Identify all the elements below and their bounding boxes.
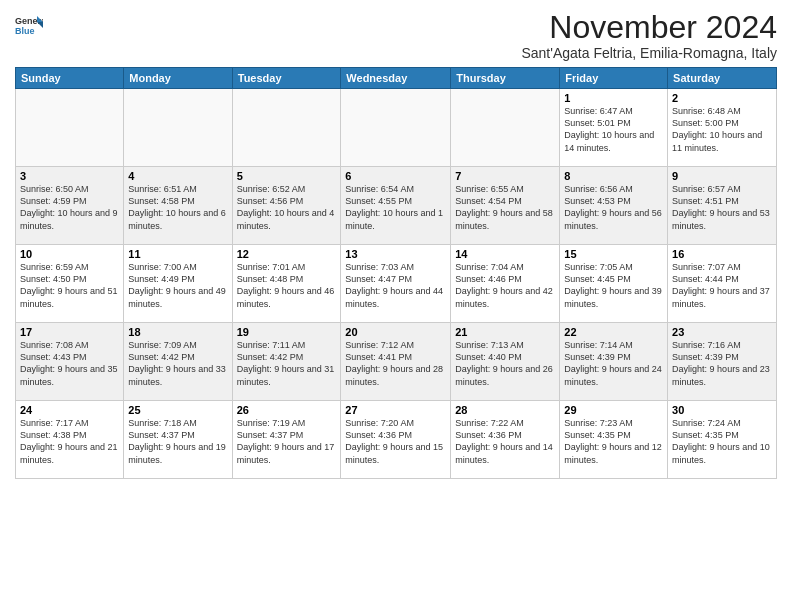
- day-info: Sunrise: 6:47 AM Sunset: 5:01 PM Dayligh…: [564, 105, 663, 154]
- col-saturday: Saturday: [668, 68, 777, 89]
- day-number: 23: [672, 326, 772, 338]
- week-row-1: 1Sunrise: 6:47 AM Sunset: 5:01 PM Daylig…: [16, 89, 777, 167]
- day-cell: 8Sunrise: 6:56 AM Sunset: 4:53 PM Daylig…: [560, 167, 668, 245]
- day-cell: 9Sunrise: 6:57 AM Sunset: 4:51 PM Daylig…: [668, 167, 777, 245]
- day-number: 5: [237, 170, 337, 182]
- day-number: 6: [345, 170, 446, 182]
- day-info: Sunrise: 7:08 AM Sunset: 4:43 PM Dayligh…: [20, 339, 119, 388]
- day-info: Sunrise: 7:23 AM Sunset: 4:35 PM Dayligh…: [564, 417, 663, 466]
- day-cell: 30Sunrise: 7:24 AM Sunset: 4:35 PM Dayli…: [668, 401, 777, 479]
- day-cell: [124, 89, 232, 167]
- month-title: November 2024: [521, 10, 777, 45]
- day-info: Sunrise: 7:19 AM Sunset: 4:37 PM Dayligh…: [237, 417, 337, 466]
- day-cell: [341, 89, 451, 167]
- day-info: Sunrise: 7:01 AM Sunset: 4:48 PM Dayligh…: [237, 261, 337, 310]
- day-number: 19: [237, 326, 337, 338]
- day-number: 13: [345, 248, 446, 260]
- day-cell: 3Sunrise: 6:50 AM Sunset: 4:59 PM Daylig…: [16, 167, 124, 245]
- day-info: Sunrise: 6:54 AM Sunset: 4:55 PM Dayligh…: [345, 183, 446, 232]
- calendar-page: General Blue November 2024 Sant'Agata Fe…: [0, 0, 792, 612]
- day-info: Sunrise: 6:59 AM Sunset: 4:50 PM Dayligh…: [20, 261, 119, 310]
- day-number: 3: [20, 170, 119, 182]
- day-number: 12: [237, 248, 337, 260]
- day-number: 14: [455, 248, 555, 260]
- day-cell: 1Sunrise: 6:47 AM Sunset: 5:01 PM Daylig…: [560, 89, 668, 167]
- day-number: 18: [128, 326, 227, 338]
- col-thursday: Thursday: [451, 68, 560, 89]
- col-friday: Friday: [560, 68, 668, 89]
- logo: General Blue: [15, 14, 43, 36]
- day-cell: 17Sunrise: 7:08 AM Sunset: 4:43 PM Dayli…: [16, 323, 124, 401]
- day-cell: 28Sunrise: 7:22 AM Sunset: 4:36 PM Dayli…: [451, 401, 560, 479]
- col-wednesday: Wednesday: [341, 68, 451, 89]
- day-cell: 4Sunrise: 6:51 AM Sunset: 4:58 PM Daylig…: [124, 167, 232, 245]
- day-number: 7: [455, 170, 555, 182]
- day-number: 17: [20, 326, 119, 338]
- day-cell: [232, 89, 341, 167]
- day-info: Sunrise: 7:05 AM Sunset: 4:45 PM Dayligh…: [564, 261, 663, 310]
- svg-text:Blue: Blue: [15, 26, 35, 36]
- day-info: Sunrise: 7:22 AM Sunset: 4:36 PM Dayligh…: [455, 417, 555, 466]
- day-number: 29: [564, 404, 663, 416]
- day-cell: 27Sunrise: 7:20 AM Sunset: 4:36 PM Dayli…: [341, 401, 451, 479]
- day-cell: 22Sunrise: 7:14 AM Sunset: 4:39 PM Dayli…: [560, 323, 668, 401]
- day-cell: 14Sunrise: 7:04 AM Sunset: 4:46 PM Dayli…: [451, 245, 560, 323]
- week-row-2: 3Sunrise: 6:50 AM Sunset: 4:59 PM Daylig…: [16, 167, 777, 245]
- day-number: 30: [672, 404, 772, 416]
- day-number: 25: [128, 404, 227, 416]
- day-cell: [16, 89, 124, 167]
- week-row-3: 10Sunrise: 6:59 AM Sunset: 4:50 PM Dayli…: [16, 245, 777, 323]
- day-cell: 11Sunrise: 7:00 AM Sunset: 4:49 PM Dayli…: [124, 245, 232, 323]
- day-info: Sunrise: 6:50 AM Sunset: 4:59 PM Dayligh…: [20, 183, 119, 232]
- day-cell: 2Sunrise: 6:48 AM Sunset: 5:00 PM Daylig…: [668, 89, 777, 167]
- day-cell: 15Sunrise: 7:05 AM Sunset: 4:45 PM Dayli…: [560, 245, 668, 323]
- col-monday: Monday: [124, 68, 232, 89]
- day-info: Sunrise: 7:12 AM Sunset: 4:41 PM Dayligh…: [345, 339, 446, 388]
- week-row-4: 17Sunrise: 7:08 AM Sunset: 4:43 PM Dayli…: [16, 323, 777, 401]
- day-number: 11: [128, 248, 227, 260]
- day-info: Sunrise: 7:09 AM Sunset: 4:42 PM Dayligh…: [128, 339, 227, 388]
- day-cell: 18Sunrise: 7:09 AM Sunset: 4:42 PM Dayli…: [124, 323, 232, 401]
- day-number: 4: [128, 170, 227, 182]
- day-cell: 6Sunrise: 6:54 AM Sunset: 4:55 PM Daylig…: [341, 167, 451, 245]
- day-number: 9: [672, 170, 772, 182]
- day-number: 16: [672, 248, 772, 260]
- day-cell: 20Sunrise: 7:12 AM Sunset: 4:41 PM Dayli…: [341, 323, 451, 401]
- logo-icon: General Blue: [15, 14, 43, 36]
- day-number: 15: [564, 248, 663, 260]
- day-cell: 29Sunrise: 7:23 AM Sunset: 4:35 PM Dayli…: [560, 401, 668, 479]
- day-cell: 23Sunrise: 7:16 AM Sunset: 4:39 PM Dayli…: [668, 323, 777, 401]
- day-cell: 7Sunrise: 6:55 AM Sunset: 4:54 PM Daylig…: [451, 167, 560, 245]
- location-title: Sant'Agata Feltria, Emilia-Romagna, Ital…: [521, 45, 777, 61]
- day-info: Sunrise: 7:17 AM Sunset: 4:38 PM Dayligh…: [20, 417, 119, 466]
- title-area: November 2024 Sant'Agata Feltria, Emilia…: [521, 10, 777, 61]
- day-cell: 26Sunrise: 7:19 AM Sunset: 4:37 PM Dayli…: [232, 401, 341, 479]
- day-cell: 13Sunrise: 7:03 AM Sunset: 4:47 PM Dayli…: [341, 245, 451, 323]
- day-info: Sunrise: 7:20 AM Sunset: 4:36 PM Dayligh…: [345, 417, 446, 466]
- day-info: Sunrise: 7:14 AM Sunset: 4:39 PM Dayligh…: [564, 339, 663, 388]
- day-cell: 12Sunrise: 7:01 AM Sunset: 4:48 PM Dayli…: [232, 245, 341, 323]
- day-number: 20: [345, 326, 446, 338]
- day-cell: 19Sunrise: 7:11 AM Sunset: 4:42 PM Dayli…: [232, 323, 341, 401]
- day-info: Sunrise: 7:04 AM Sunset: 4:46 PM Dayligh…: [455, 261, 555, 310]
- day-info: Sunrise: 6:48 AM Sunset: 5:00 PM Dayligh…: [672, 105, 772, 154]
- day-info: Sunrise: 7:00 AM Sunset: 4:49 PM Dayligh…: [128, 261, 227, 310]
- day-cell: [451, 89, 560, 167]
- day-number: 8: [564, 170, 663, 182]
- day-cell: 10Sunrise: 6:59 AM Sunset: 4:50 PM Dayli…: [16, 245, 124, 323]
- day-info: Sunrise: 6:52 AM Sunset: 4:56 PM Dayligh…: [237, 183, 337, 232]
- day-info: Sunrise: 7:07 AM Sunset: 4:44 PM Dayligh…: [672, 261, 772, 310]
- day-number: 2: [672, 92, 772, 104]
- week-row-5: 24Sunrise: 7:17 AM Sunset: 4:38 PM Dayli…: [16, 401, 777, 479]
- day-number: 10: [20, 248, 119, 260]
- day-info: Sunrise: 6:55 AM Sunset: 4:54 PM Dayligh…: [455, 183, 555, 232]
- day-info: Sunrise: 6:51 AM Sunset: 4:58 PM Dayligh…: [128, 183, 227, 232]
- day-info: Sunrise: 7:11 AM Sunset: 4:42 PM Dayligh…: [237, 339, 337, 388]
- day-number: 24: [20, 404, 119, 416]
- day-info: Sunrise: 6:57 AM Sunset: 4:51 PM Dayligh…: [672, 183, 772, 232]
- col-tuesday: Tuesday: [232, 68, 341, 89]
- day-number: 28: [455, 404, 555, 416]
- day-cell: 24Sunrise: 7:17 AM Sunset: 4:38 PM Dayli…: [16, 401, 124, 479]
- day-info: Sunrise: 7:16 AM Sunset: 4:39 PM Dayligh…: [672, 339, 772, 388]
- day-number: 21: [455, 326, 555, 338]
